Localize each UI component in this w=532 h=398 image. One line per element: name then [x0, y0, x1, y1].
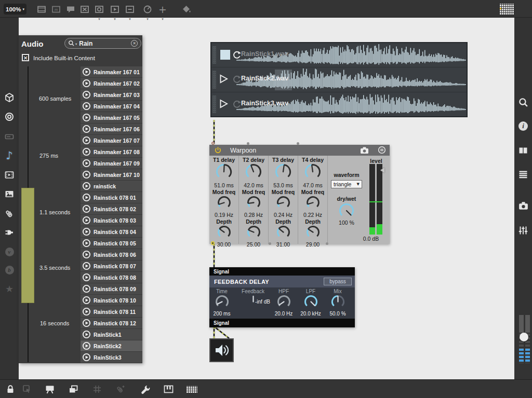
playlist-track-row[interactable]: RainStick3.wav: [211, 92, 467, 116]
bypass-button[interactable]: bypass: [324, 278, 352, 285]
browser-file-row[interactable]: Rainstick 078 04: [81, 226, 142, 238]
drywet-value[interactable]: 100 %: [328, 219, 365, 226]
preview-play-icon[interactable]: [82, 113, 91, 122]
snapshot-camera-icon[interactable]: [360, 146, 369, 154]
browser-file-row[interactable]: Rainmaker 167 02: [81, 78, 142, 89]
info-icon[interactable]: i: [517, 120, 529, 132]
browser-file-row[interactable]: Rainstick 078 08: [81, 272, 142, 283]
preview-play-icon[interactable]: [82, 90, 91, 99]
param-value[interactable]: 0.24 Hz: [269, 212, 298, 218]
selection-handle[interactable]: [247, 142, 249, 145]
param-value[interactable]: 50.0 %: [325, 311, 350, 317]
depth-knob[interactable]: [306, 225, 320, 239]
drag-handle[interactable]: [212, 46, 216, 64]
browser-file-row[interactable]: Rainmaker 167 09: [81, 158, 142, 169]
preview-play-icon[interactable]: [82, 330, 91, 339]
patcher-windows-icon[interactable]: [68, 383, 79, 395]
preview-play-icon[interactable]: [82, 250, 91, 259]
param-value[interactable]: 51.0 ms: [209, 182, 238, 189]
list-icon[interactable]: [517, 169, 529, 180]
preview-play-icon[interactable]: [82, 341, 91, 350]
param-value[interactable]: 200 ms: [209, 311, 234, 317]
browser-file-row[interactable]: RainStick2: [81, 340, 142, 352]
depth-knob[interactable]: [276, 225, 290, 239]
preview-play-icon[interactable]: [82, 170, 91, 179]
loop-icon[interactable]: [233, 51, 241, 59]
clear-search-icon[interactable]: ✕: [131, 40, 138, 47]
browser-file-row[interactable]: Rainmaker 167 03: [81, 89, 142, 101]
lock-icon[interactable]: [5, 383, 16, 395]
preview-play-icon[interactable]: [82, 102, 91, 111]
param-value[interactable]: 0.28 Hz: [239, 212, 268, 218]
browser-file-row[interactable]: Rainstick 078 01: [81, 192, 142, 203]
preview-play-icon[interactable]: [82, 319, 91, 327]
delay-knob[interactable]: [216, 163, 232, 180]
drag-handle[interactable]: [212, 95, 216, 113]
attach-clip-icon[interactable]: [115, 383, 126, 395]
delay-knob[interactable]: [245, 163, 262, 180]
modfreq-knob[interactable]: [276, 196, 290, 210]
browser-file-row[interactable]: Rainstick 078 09: [81, 283, 142, 295]
duration-range-bar[interactable]: [21, 188, 34, 303]
paint-bucket-icon[interactable]: [180, 4, 193, 15]
delay-knob[interactable]: [275, 163, 291, 180]
preview-play-icon[interactable]: [82, 125, 91, 133]
play-button[interactable]: [219, 99, 229, 108]
param-value[interactable]: 20.0 Hz: [271, 311, 296, 317]
hardware-device-icon[interactable]: [4, 131, 15, 142]
comment-icon[interactable]: [64, 4, 77, 15]
delay-knob[interactable]: [304, 163, 321, 180]
preview-play-icon[interactable]: [82, 136, 91, 145]
beap-b-icon[interactable]: b: [4, 264, 15, 276]
param-value[interactable]: 53.0 ms: [269, 182, 298, 189]
preview-play-icon[interactable]: [82, 227, 91, 236]
browser-file-row[interactable]: Rainmaker 167 08: [81, 146, 142, 158]
step-grid-icon[interactable]: [186, 383, 197, 395]
preview-play-icon[interactable]: [82, 159, 91, 168]
volume-knob[interactable]: [520, 333, 528, 341]
drywet-knob[interactable]: [339, 203, 354, 218]
loop-icon[interactable]: [233, 75, 241, 84]
preview-play-icon[interactable]: [82, 273, 91, 282]
mixer-faders-icon[interactable]: [517, 225, 529, 236]
playlist-track-row[interactable]: RainStick2.wav: [211, 67, 467, 92]
search-input[interactable]: ▾ Rain ✕: [64, 38, 141, 49]
level-slider-handle[interactable]: [380, 168, 384, 173]
preview-play-icon[interactable]: [82, 353, 91, 362]
browser-file-row[interactable]: Rainstick 078 10: [81, 295, 142, 306]
param-value[interactable]: 42.0 ms: [239, 182, 268, 189]
add-object-icon[interactable]: + ▾: [156, 4, 169, 15]
zoom-level-control[interactable]: 100% ▾: [4, 4, 26, 15]
playbar-icon[interactable]: ▾: [109, 4, 121, 15]
param-value[interactable]: -inf dB: [255, 299, 270, 305]
preview-play-icon[interactable]: [82, 204, 91, 213]
delay-device-knob[interactable]: [304, 295, 318, 309]
modfreq-knob[interactable]: [247, 196, 261, 210]
audio-note-icon[interactable]: ♪: [4, 150, 15, 161]
browser-file-row[interactable]: Rainmaker 167 10: [81, 169, 142, 181]
param-value[interactable]: 0.22 Hz: [298, 212, 327, 218]
loop-icon[interactable]: [233, 100, 241, 108]
browser-file-row[interactable]: Rainstick 078 05: [81, 238, 142, 249]
browser-file-row[interactable]: Rainstick 078 07: [81, 260, 142, 272]
param-value[interactable]: 20.0 kHz: [298, 311, 323, 317]
wrench-tools-icon[interactable]: [139, 383, 151, 395]
preview-play-icon[interactable]: [82, 216, 91, 225]
browser-file-row[interactable]: RainStick3: [81, 352, 142, 363]
delay-device-knob[interactable]: [331, 295, 345, 309]
beap-cube-icon[interactable]: [4, 92, 15, 103]
plug-icon[interactable]: [4, 227, 15, 238]
signal-outlet-bar[interactable]: Signal: [209, 319, 355, 327]
selection-handle[interactable]: [297, 142, 299, 145]
param-value[interactable]: 47.0 ms: [298, 182, 327, 189]
outlet[interactable]: [211, 241, 215, 245]
preview-play-icon[interactable]: [82, 193, 91, 202]
snapshot-camera-icon[interactable]: [517, 200, 529, 211]
attachment-clip-icon[interactable]: [4, 208, 15, 219]
browser-file-row[interactable]: RainStick1: [81, 329, 142, 340]
param-value[interactable]: 25.00: [239, 241, 268, 248]
modfreq-knob[interactable]: [306, 196, 320, 210]
browser-file-row[interactable]: Rainstick 078 12: [81, 318, 142, 329]
play-button[interactable]: [219, 74, 229, 84]
preview-play-icon[interactable]: [82, 147, 91, 156]
